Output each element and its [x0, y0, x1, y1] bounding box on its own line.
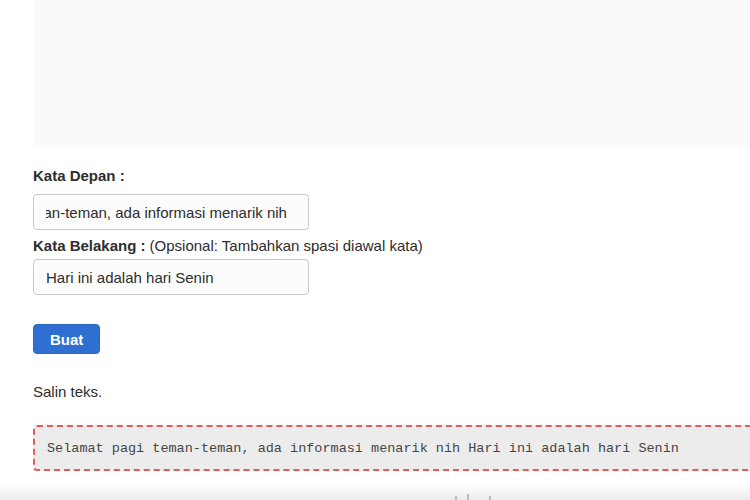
back-word-hint: (Opsional: Tambahkan spasi diawal kata) [150, 237, 423, 254]
page: Kata Depan : Kata Belakang :(Opsional: T… [0, 0, 750, 500]
create-button[interactable]: Buat [33, 324, 100, 354]
clipped-text-fragment [467, 494, 469, 500]
copy-hint-text: Salin teks. [33, 383, 102, 400]
front-word-input[interactable] [33, 194, 309, 230]
output-text: Selamat pagi teman-teman, ada informasi … [47, 441, 679, 456]
back-word-label: Kata Belakang : [33, 237, 146, 254]
next-section-edge [0, 484, 750, 500]
front-word-label: Kata Depan : [33, 167, 125, 185]
ad-placeholder-panel [33, 0, 750, 147]
clipped-text-fragment [489, 496, 491, 500]
back-word-label-row: Kata Belakang :(Opsional: Tambahkan spas… [33, 237, 423, 255]
back-word-input[interactable] [33, 259, 309, 295]
clipped-text-fragment [455, 496, 457, 500]
output-box[interactable]: Selamat pagi teman-teman, ada informasi … [33, 425, 750, 471]
